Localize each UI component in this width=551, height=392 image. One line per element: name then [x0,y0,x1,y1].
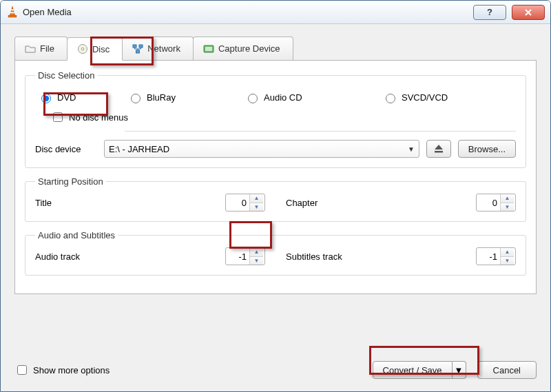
radio-label: DVD [57,92,76,103]
close-icon [523,8,533,17]
spin-down-icon[interactable]: ▼ [501,203,514,212]
help-button[interactable]: ? [473,5,506,20]
capture-icon [203,43,214,54]
vlc-cone-icon [6,6,19,19]
subtitles-track-input[interactable] [477,248,500,265]
tab-file[interactable]: File [14,37,67,60]
tab-network[interactable]: Network [122,37,194,60]
chapter-input[interactable] [477,194,500,211]
combo-value: E:\ - JARHEAD [109,144,169,154]
audio-subtitles-group: Audio and Subtitles Audio track ▲▼ Subti… [25,230,526,276]
checkbox-label: Show more options [33,365,110,375]
svg-rect-1 [11,9,14,10]
svg-rect-3 [8,15,16,17]
group-legend: Starting Position [35,176,106,187]
disc-device-combo[interactable]: E:\ - JARHEAD ▼ [104,140,419,158]
spin-up-icon[interactable]: ▲ [250,194,263,203]
svg-marker-11 [435,145,443,149]
folder-icon [25,43,36,54]
title-label: Title [35,198,97,208]
disc-selection-group: Disc Selection DVD BluRay Audio CD [25,70,526,168]
show-more-options[interactable]: Show more options [14,363,110,377]
source-tabs: File Disc Network Capture Device [14,37,537,61]
disc-icon [77,43,88,54]
svg-rect-2 [10,12,14,13]
convert-save-dropdown[interactable]: ▼ [453,361,466,379]
titlebar: Open Media ? [1,1,550,24]
close-button[interactable] [512,5,545,20]
button-label: Browse... [468,144,506,154]
radio-bluray[interactable]: BluRay [127,92,245,103]
tab-label: File [40,43,54,54]
radio-label: SVCD/VCD [402,92,448,103]
svg-rect-8 [136,50,140,53]
spin-up-icon[interactable]: ▲ [501,248,514,257]
tab-label: Capture Device [218,43,280,54]
radio-bluray-input[interactable] [131,94,141,103]
group-legend: Disc Selection [35,70,97,81]
convert-save-button[interactable]: Convert / Save [373,361,453,379]
svg-rect-6 [133,45,136,48]
window-title: Open Media [23,7,473,17]
title-input[interactable] [226,194,249,211]
tab-disc[interactable]: Disc [67,37,123,61]
eject-button[interactable] [426,140,451,158]
tab-label: Disc [92,44,110,54]
svg-point-5 [81,48,84,50]
chapter-spin[interactable]: ▲▼ [476,194,516,212]
subtitles-track-label: Subtitles track [286,251,342,262]
audio-track-input[interactable] [226,248,249,265]
spin-down-icon[interactable]: ▼ [250,203,263,212]
radio-svcd[interactable]: SVCD/VCD [382,92,448,103]
no-disc-menus-checkbox[interactable] [53,112,63,122]
radio-audiocd-input[interactable] [248,94,258,103]
separator [125,131,516,132]
cancel-button[interactable]: Cancel [477,361,537,379]
radio-label: BluRay [147,92,176,103]
spin-down-icon[interactable]: ▼ [501,257,514,265]
show-more-options-checkbox[interactable] [17,365,27,375]
spin-up-icon[interactable]: ▲ [501,194,514,203]
chevron-down-icon: ▼ [408,145,415,153]
group-legend: Audio and Subtitles [35,230,118,240]
spin-up-icon[interactable]: ▲ [250,248,263,257]
svg-marker-0 [10,7,15,15]
spin-down-icon[interactable]: ▼ [250,257,263,265]
starting-position-group: Starting Position Title ▲▼ Chapter [25,176,526,222]
convert-save-split-button[interactable]: Convert / Save ▼ [373,361,466,379]
open-media-window: Open Media ? File Disc Network C [0,0,551,392]
title-spin[interactable]: ▲▼ [225,194,265,212]
subtitles-track-spin[interactable]: ▲▼ [476,247,516,265]
svg-rect-12 [435,151,443,153]
checkbox-label: No disc menus [69,112,128,123]
eject-icon [433,144,444,154]
radio-dvd[interactable]: DVD [38,92,127,103]
tab-label: Network [147,43,180,54]
audio-track-label: Audio track [35,251,97,262]
tab-panel-disc: Disc Selection DVD BluRay Audio CD [14,61,537,294]
network-icon [132,43,143,54]
radio-svcd-input[interactable] [386,94,395,103]
radio-dvd-input[interactable] [41,94,51,103]
browse-button[interactable]: Browse... [458,140,516,158]
button-label: Convert / Save [383,365,442,375]
svg-rect-7 [139,45,143,48]
radio-label: Audio CD [264,92,302,103]
chevron-down-icon: ▼ [455,365,464,375]
button-label: Cancel [493,365,521,375]
chapter-label: Chapter [286,198,318,208]
radio-audiocd[interactable]: Audio CD [245,92,382,103]
tab-capture[interactable]: Capture Device [193,37,293,60]
svg-rect-10 [205,47,212,51]
audio-track-spin[interactable]: ▲▼ [225,247,265,265]
disc-device-label: Disc device [35,144,97,154]
